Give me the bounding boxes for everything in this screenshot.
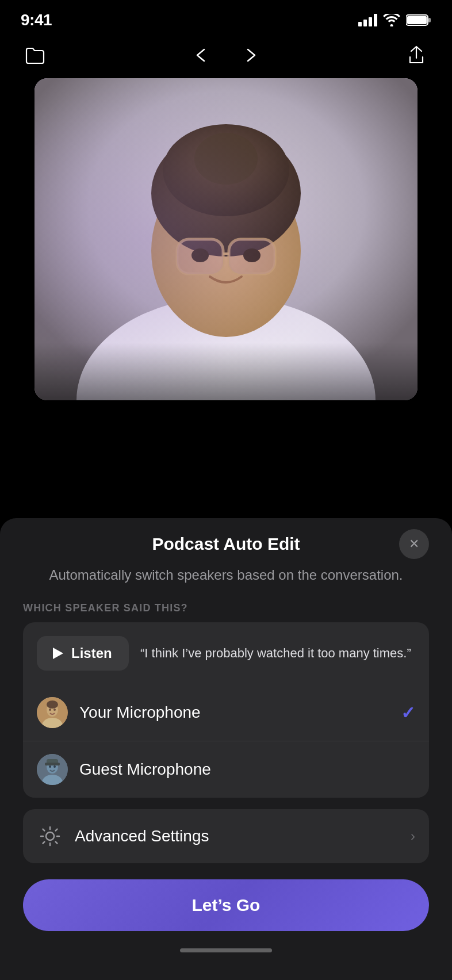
svg-rect-31 [45, 763, 60, 765]
folder-button[interactable] [23, 43, 48, 68]
section-label: WHICH SPEAKER SAID THIS? [23, 602, 429, 614]
close-button[interactable]: ✕ [399, 529, 429, 559]
advanced-settings-card: Advanced Settings › [23, 809, 429, 863]
video-frame [35, 78, 417, 400]
listen-row: Listen “I think I’ve probably watched it… [23, 622, 429, 684]
sheet-title: Podcast Auto Edit [152, 534, 300, 554]
play-icon [53, 648, 63, 659]
quote-text: “I think I’ve probably watched it too ma… [140, 645, 415, 663]
your-avatar-image [37, 697, 68, 728]
sheet-header: Podcast Auto Edit ✕ [23, 534, 429, 554]
battery-icon [406, 14, 431, 26]
checkmark-icon: ✓ [401, 703, 415, 723]
your-microphone-label: Your Microphone [79, 703, 389, 722]
nav-buttons [189, 43, 263, 68]
status-icons [358, 14, 431, 26]
close-icon: ✕ [409, 537, 419, 552]
wifi-icon [383, 14, 400, 26]
back-button[interactable] [189, 43, 214, 68]
sheet-subtitle: Automatically switch speakers based on t… [23, 565, 429, 585]
svg-point-23 [53, 709, 56, 711]
svg-point-24 [47, 700, 58, 709]
home-indicator [23, 943, 429, 952]
lets-go-label: Let’s Go [192, 895, 261, 915]
gear-icon [37, 823, 63, 849]
your-microphone-option[interactable]: Your Microphone ✓ [23, 684, 429, 741]
svg-rect-2 [428, 18, 431, 22]
svg-point-28 [49, 765, 51, 768]
your-microphone-avatar [37, 697, 68, 728]
svg-rect-1 [407, 16, 427, 24]
person-silhouette [35, 78, 417, 400]
advanced-settings-row[interactable]: Advanced Settings › [23, 809, 429, 863]
speaker-card: Listen “I think I’ve probably watched it… [23, 622, 429, 798]
status-bar: 9:41 [0, 0, 452, 32]
svg-point-32 [46, 832, 54, 840]
forward-button[interactable] [238, 43, 263, 68]
listen-label: Listen [71, 645, 112, 661]
share-button[interactable] [404, 43, 429, 68]
svg-rect-18 [35, 343, 417, 400]
signal-bars-icon [358, 14, 377, 26]
guest-microphone-avatar [37, 754, 68, 785]
svg-point-22 [49, 709, 51, 711]
toolbar [0, 32, 452, 78]
listen-button[interactable]: Listen [37, 636, 129, 671]
guest-avatar-image [37, 754, 68, 785]
video-preview [35, 78, 417, 400]
lets-go-button[interactable]: Let’s Go [23, 879, 429, 931]
guest-microphone-option[interactable]: Guest Microphone [23, 741, 429, 798]
svg-point-29 [53, 765, 56, 768]
advanced-settings-label: Advanced Settings [75, 827, 399, 845]
guest-microphone-label: Guest Microphone [79, 760, 415, 779]
bottom-sheet: Podcast Auto Edit ✕ Automatically switch… [0, 518, 452, 980]
chevron-right-icon: › [411, 828, 415, 844]
status-time: 9:41 [21, 11, 52, 29]
home-bar [180, 948, 272, 952]
